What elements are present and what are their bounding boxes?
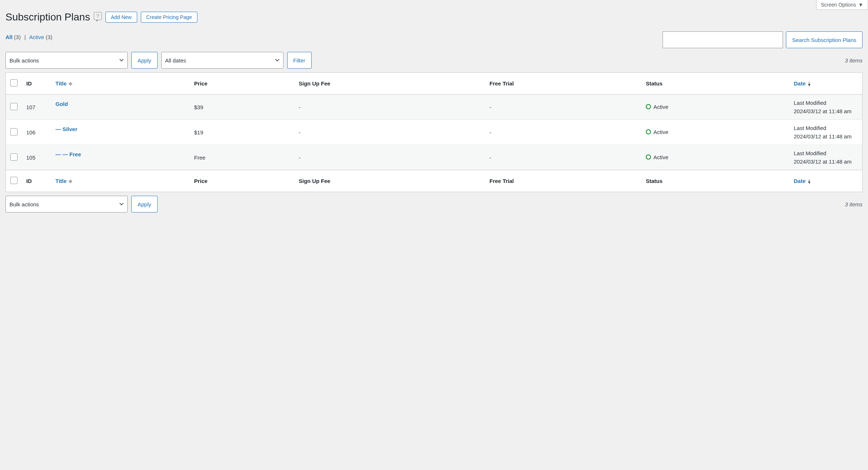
sort-icon: ◆: [69, 178, 72, 184]
row-status: Active: [646, 104, 668, 110]
table-row: 107Gold$39--ActiveLast Modified2024/03/1…: [6, 95, 863, 120]
table-row: 106— Silver$19--ActiveLast Modified2024/…: [6, 120, 863, 145]
status-active-icon: [646, 104, 651, 109]
row-status: Active: [646, 129, 668, 135]
row-id: 107: [22, 95, 51, 120]
row-id: 105: [22, 145, 51, 170]
row-title-link[interactable]: — — Free: [55, 151, 81, 157]
row-free-trial: -: [485, 145, 641, 170]
search-button[interactable]: Search Subscription Plans: [786, 31, 863, 48]
row-checkbox[interactable]: [10, 153, 18, 161]
filter-all-link[interactable]: All: [5, 34, 14, 40]
apply-button-top[interactable]: Apply: [131, 52, 158, 69]
filter-separator: |: [24, 34, 26, 40]
row-checkbox[interactable]: [10, 128, 18, 135]
row-price: $39: [190, 95, 294, 120]
column-status: Status: [641, 73, 790, 95]
search-input[interactable]: [663, 31, 783, 48]
status-active-icon: [646, 154, 651, 160]
filter-button[interactable]: Filter: [287, 52, 312, 69]
column-date-sort-foot[interactable]: Date ▲▼: [794, 178, 811, 184]
add-new-button[interactable]: Add New: [105, 12, 137, 23]
column-free-trial-foot: Free Trial: [485, 170, 641, 192]
date-filter-select[interactable]: All dates: [161, 52, 283, 69]
apply-button-bottom[interactable]: Apply: [131, 196, 158, 213]
row-sign-up-fee: -: [294, 120, 485, 145]
row-date: Last Modified2024/03/12 at 11:48 am: [790, 95, 863, 120]
column-sign-up-fee-foot: Sign Up Fee: [294, 170, 485, 192]
sort-desc-icon: ▲▼: [807, 179, 811, 184]
row-checkbox[interactable]: [10, 103, 18, 110]
column-price: Price: [190, 73, 294, 95]
screen-options-label: Screen Options: [821, 2, 856, 8]
row-status: Active: [646, 154, 668, 160]
filter-active-count: (3): [46, 34, 52, 40]
screen-options-button[interactable]: Screen Options ▼: [816, 0, 868, 10]
filter-all-count: (3): [14, 34, 20, 40]
column-price-foot: Price: [190, 170, 294, 192]
column-title-sort-foot[interactable]: Title ◆: [55, 178, 72, 184]
page-title: Subscription Plans: [5, 11, 90, 23]
bulk-actions-select-bottom[interactable]: Bulk actions: [5, 196, 128, 213]
column-title-sort[interactable]: Title ◆: [55, 80, 72, 87]
status-active-icon: [646, 129, 651, 134]
select-all-checkbox-top[interactable]: [10, 79, 18, 87]
help-icon[interactable]: ?: [94, 12, 102, 20]
chevron-down-icon: ▼: [858, 2, 863, 8]
filter-active-link[interactable]: Active: [29, 34, 46, 40]
subscription-plans-table: ID Title ◆ Price Sign Up Fee Free Trial …: [5, 72, 863, 192]
sort-desc-icon: ▲▼: [807, 81, 811, 86]
row-title-link[interactable]: Gold: [55, 101, 68, 107]
sort-icon: ◆: [69, 81, 72, 86]
column-free-trial: Free Trial: [485, 73, 641, 95]
row-price: Free: [190, 145, 294, 170]
row-free-trial: -: [485, 95, 641, 120]
create-pricing-page-button[interactable]: Create Pricing Page: [141, 12, 197, 23]
column-status-foot: Status: [641, 170, 790, 192]
row-sign-up-fee: -: [294, 145, 485, 170]
column-id-foot: ID: [22, 170, 51, 192]
item-count-top: 3 items: [845, 57, 863, 64]
table-row: 105— — FreeFree--ActiveLast Modified2024…: [6, 145, 863, 170]
column-id: ID: [22, 73, 51, 95]
row-price: $19: [190, 120, 294, 145]
row-sign-up-fee: -: [294, 95, 485, 120]
item-count-bottom: 3 items: [845, 201, 863, 207]
column-date-sort[interactable]: Date ▲▼: [794, 80, 811, 87]
bulk-actions-select-top[interactable]: Bulk actions: [5, 52, 128, 69]
row-title-link[interactable]: — Silver: [55, 126, 77, 132]
select-all-checkbox-bottom[interactable]: [10, 177, 18, 184]
row-free-trial: -: [485, 120, 641, 145]
row-id: 106: [22, 120, 51, 145]
row-date: Last Modified2024/03/12 at 11:48 am: [790, 145, 863, 170]
column-sign-up-fee: Sign Up Fee: [294, 73, 485, 95]
row-date: Last Modified2024/03/12 at 11:48 am: [790, 120, 863, 145]
